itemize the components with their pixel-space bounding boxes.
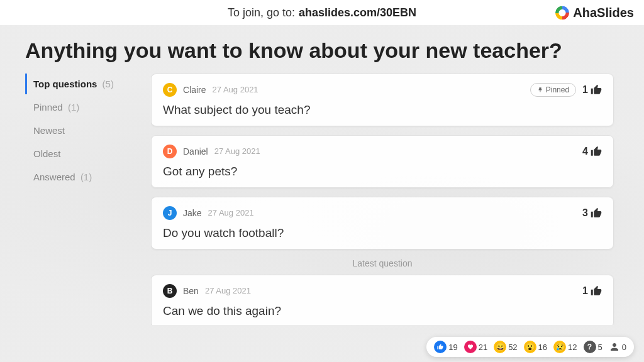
reaction-question[interactable]: ? 5: [584, 341, 602, 353]
question-text: Can we do this again?: [163, 304, 602, 318]
like-button[interactable]: 1: [582, 84, 602, 96]
like-icon: [434, 341, 447, 353]
reaction-count: 0: [622, 343, 626, 352]
question-author: Daniel: [183, 146, 208, 156]
person-icon: [609, 341, 620, 353]
reaction-count: 12: [568, 343, 577, 352]
question-card-latest[interactable]: B Ben 27 Aug 2021 1 Can we do this again…: [151, 275, 614, 325]
question-card[interactable]: C Claire 27 Aug 2021 Pinned 1 What subje…: [151, 74, 614, 126]
filter-sidebar: Top questions (5) Pinned (1) Newest Olde…: [25, 74, 138, 325]
reactions-bar: 19 21 😄 52 😮 16 😢 12 ? 5 0: [426, 337, 634, 357]
thumb-up-icon: [591, 146, 602, 157]
sidebar-item-label: Pinned: [33, 102, 63, 112]
like-button[interactable]: 1: [582, 285, 602, 297]
question-text: What subject do you teach?: [163, 103, 602, 117]
thumb-up-icon: [591, 84, 602, 96]
question-author: Ben: [183, 286, 199, 296]
top-bar: To join, go to: ahaslides.com/30EBN AhaS…: [0, 0, 644, 25]
question-date: 27 Aug 2021: [205, 286, 251, 295]
question-date: 27 Aug 2021: [208, 208, 254, 217]
reaction-count: 52: [508, 343, 517, 352]
laugh-icon: 😄: [494, 341, 506, 353]
question-card[interactable]: J Jake 27 Aug 2021 3 Do you watch footba…: [151, 197, 614, 250]
question-date: 27 Aug 2021: [213, 85, 258, 94]
reaction-count: 16: [538, 343, 547, 352]
sidebar-item-label: Newest: [33, 125, 65, 136]
pinned-badge: Pinned: [530, 83, 576, 97]
thumb-up-icon: [591, 207, 602, 219]
reaction-count: 5: [598, 343, 602, 352]
wow-icon: 😮: [524, 341, 536, 353]
reaction-heart[interactable]: 21: [464, 341, 487, 353]
sidebar-item-label: Oldest: [33, 148, 60, 159]
join-instruction: To join, go to:: [228, 6, 295, 19]
questions-list[interactable]: C Claire 27 Aug 2021 Pinned 1 What subje…: [151, 74, 619, 325]
question-text: Do you watch football?: [163, 226, 602, 240]
sidebar-item-answered[interactable]: Answered (1): [25, 167, 138, 187]
latest-question-label: Latest question: [151, 258, 614, 268]
question-icon: ?: [584, 341, 596, 353]
sidebar-item-count: (1): [68, 102, 79, 112]
like-count: 1: [582, 285, 588, 297]
question-text: Got any pets?: [163, 165, 602, 178]
sidebar-item-newest[interactable]: Newest: [25, 120, 138, 141]
reaction-laugh[interactable]: 😄 52: [494, 341, 517, 353]
thumb-up-icon: [591, 285, 602, 297]
reaction-like[interactable]: 19: [434, 341, 457, 353]
sidebar-item-pinned[interactable]: Pinned (1): [25, 97, 138, 118]
like-count: 4: [582, 146, 588, 157]
question-card[interactable]: D Daniel 27 Aug 2021 4 Got any pets?: [151, 135, 614, 188]
question-author: Claire: [183, 85, 206, 95]
heart-icon: [464, 341, 477, 353]
sidebar-item-count: (1): [80, 172, 92, 182]
reaction-count: 21: [479, 343, 487, 352]
sidebar-item-label: Top questions: [33, 79, 97, 89]
reaction-sad[interactable]: 😢 12: [553, 341, 577, 353]
avatar: D: [163, 145, 177, 158]
avatar: J: [163, 206, 177, 220]
reaction-participants[interactable]: 0: [609, 341, 626, 353]
brand-logo-icon: [555, 6, 569, 19]
like-count: 1: [582, 84, 588, 96]
reaction-count: 19: [448, 343, 457, 352]
sidebar-item-count: (5): [103, 79, 114, 89]
pinned-label: Pinned: [546, 85, 569, 94]
brand-logo: AhaSlides: [555, 6, 634, 20]
sad-icon: 😢: [553, 341, 566, 353]
like-button[interactable]: 4: [582, 146, 602, 157]
question-author: Jake: [183, 208, 202, 218]
brand-name: AhaSlides: [573, 6, 634, 20]
reaction-wow[interactable]: 😮 16: [524, 341, 547, 353]
question-date: 27 Aug 2021: [214, 146, 260, 156]
sidebar-item-label: Answered: [33, 172, 75, 182]
like-count: 3: [582, 207, 588, 219]
like-button[interactable]: 3: [582, 207, 602, 219]
sidebar-item-top-questions[interactable]: Top questions (5): [25, 74, 138, 94]
pin-icon: [537, 87, 543, 93]
avatar: C: [163, 83, 177, 97]
sidebar-item-oldest[interactable]: Oldest: [25, 143, 138, 164]
avatar: B: [163, 284, 177, 298]
join-url: ahaslides.com/30EBN: [299, 6, 416, 19]
page-title: Anything you want to know about your new…: [0, 25, 644, 74]
